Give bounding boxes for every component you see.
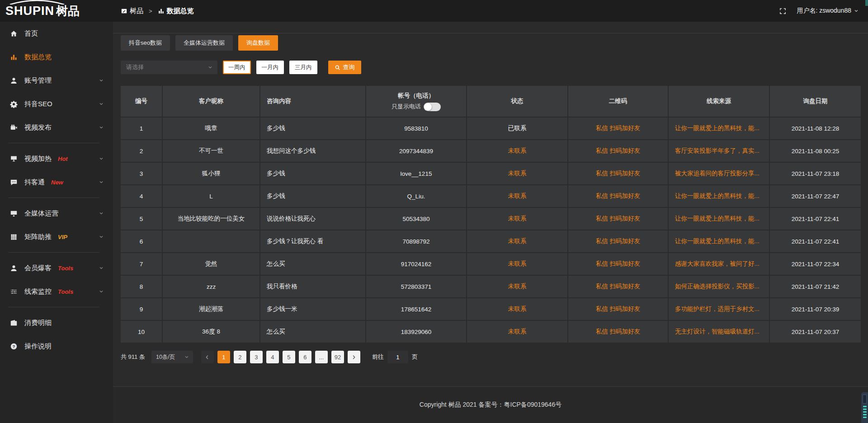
user-menu[interactable]: 用户名: zswodun88: [797, 7, 859, 15]
page-number-button[interactable]: 1: [217, 351, 230, 363]
cell-nickname: 潮起潮落: [163, 298, 259, 320]
cell-content: 我想问这个多少钱: [260, 140, 365, 162]
goto-page-input[interactable]: [387, 351, 408, 363]
cell-source-link[interactable]: 让你一眼就爱上的黑科技，能...: [669, 230, 769, 252]
chevron-down-icon: [99, 78, 104, 83]
page-number-button[interactable]: 3: [250, 351, 263, 363]
sidebar-item-video[interactable]: 视频发布: [0, 116, 113, 139]
header-divider: [113, 33, 868, 33]
cell-account: 50534380: [366, 208, 466, 230]
phone-toggle[interactable]: [424, 103, 441, 111]
scrollbar-thumb[interactable]: [865, 0, 868, 6]
sidebar-divider: [8, 143, 99, 143]
date-range-button[interactable]: 一月内: [256, 61, 284, 74]
logo-latin-text: SHUPIN: [5, 4, 54, 18]
cell-content: 怎么买: [260, 253, 365, 275]
page-number-button[interactable]: 92: [331, 351, 344, 363]
page-number-button[interactable]: 5: [283, 351, 295, 363]
next-page-button[interactable]: [348, 351, 360, 363]
sidebar-item-badge: Hot: [58, 155, 68, 162]
chevron-down-icon: [99, 234, 104, 240]
app-icon: [121, 8, 127, 14]
sidebar-divider: [8, 252, 99, 253]
sidebar-item-label: 账号管理: [24, 76, 52, 85]
sidebar-item-label: 线索监控: [24, 287, 52, 296]
date-range-button[interactable]: 三月内: [289, 61, 317, 74]
video-icon: [10, 124, 18, 132]
cell-source-link[interactable]: 客厅安装投影半年多了，真实...: [669, 140, 769, 162]
page-number-button[interactable]: 2: [234, 351, 246, 363]
cell-qrcode-link[interactable]: 私信 扫码加好友: [568, 276, 668, 297]
cell-qrcode-link[interactable]: 私信 扫码加好友: [568, 298, 668, 320]
cell-qrcode-link[interactable]: 私信 扫码加好友: [568, 321, 668, 343]
cell-qrcode-link[interactable]: 私信 扫码加好友: [568, 163, 668, 184]
cell-no: 10: [121, 321, 162, 343]
cell-date: 2021-11-07 20:39: [770, 298, 861, 320]
sidebar-item-home[interactable]: 首页: [0, 22, 113, 45]
cell-status: 未联系: [467, 185, 567, 207]
sidebar-divider: [8, 307, 99, 307]
sliders-icon: [10, 288, 18, 296]
fullscreen-icon[interactable]: [779, 7, 787, 15]
data-tab[interactable]: 抖音seo数据: [121, 35, 170, 51]
filter-select[interactable]: 请选择: [121, 61, 217, 74]
column-header-nickname: 客户昵称: [163, 86, 259, 117]
page-number-buttons: 123456...92: [217, 351, 344, 363]
cell-source-link[interactable]: 被大家追着问的客厅投影分享...: [669, 163, 769, 184]
copyright-text: Copyright 树品 2021 备案号：粤ICP备09019646号: [420, 401, 561, 409]
query-button-label: 查询: [343, 63, 355, 71]
cell-source-link[interactable]: 让你一眼就爱上的黑科技，能...: [669, 185, 769, 207]
sidebar-item-label: 消费明细: [24, 319, 52, 327]
cell-no: 6: [121, 230, 162, 252]
cell-nickname: 哦章: [163, 118, 259, 139]
inquiry-table: 编号 客户昵称 咨询内容 帐号（电话） 只显示电话 状态 二维码 线索来源 询盘…: [121, 86, 861, 343]
cell-nickname: 觉然: [163, 253, 259, 275]
sidebar-item-grid[interactable]: 矩阵助推 VIP: [0, 225, 113, 249]
wallet-icon: [10, 319, 18, 327]
column-header-status: 状态: [467, 86, 567, 117]
cell-source-link[interactable]: 多功能护栏灯，适用于乡村文...: [669, 298, 769, 320]
sidebar-item-monitor[interactable]: 全媒体运营: [0, 202, 113, 225]
date-range-button[interactable]: 一周内: [223, 61, 251, 74]
sidebar-item-question[interactable]: ?操作说明: [0, 334, 113, 358]
cell-qrcode-link[interactable]: 私信 扫码加好友: [568, 118, 668, 139]
username-label: 用户名: zswodun88: [797, 7, 851, 15]
page-number-button[interactable]: 6: [299, 351, 311, 363]
sidebar-item-chat[interactable]: 抖客通 New: [0, 170, 113, 194]
cell-qrcode-link[interactable]: 私信 扫码加好友: [568, 208, 668, 230]
cell-status: 未联系: [467, 163, 567, 184]
query-button[interactable]: 查询: [328, 61, 361, 74]
floating-widget[interactable]: [861, 392, 868, 423]
cell-source-link[interactable]: 如何正确选择投影仪，买投影...: [669, 276, 769, 297]
cell-qrcode-link[interactable]: 私信 扫码加好友: [568, 185, 668, 207]
cell-source-link[interactable]: 感谢大家喜欢我家，被问了好...: [669, 253, 769, 275]
sidebar-item-gear[interactable]: 抖音SEO: [0, 92, 113, 116]
cell-content: 多少钱: [260, 185, 365, 207]
cell-qrcode-link[interactable]: 私信 扫码加好友: [568, 140, 668, 162]
cell-source-link[interactable]: 无主灯设计，智能磁吸轨道灯...: [669, 321, 769, 343]
sidebar-item-person[interactable]: 会员爆客 Tools: [0, 256, 113, 280]
page-ellipsis-button[interactable]: ...: [315, 351, 328, 363]
breadcrumb-item[interactable]: 树品: [121, 7, 143, 15]
cell-content: 多少钱: [260, 163, 365, 184]
page-number-button[interactable]: 4: [266, 351, 279, 363]
data-tab[interactable]: 全媒体运营数据: [175, 35, 233, 51]
cell-source-link[interactable]: 让你一眼就爱上的黑科技，能...: [669, 208, 769, 230]
cell-date: 2021-11-08 12:28: [770, 118, 861, 139]
page-size-select[interactable]: 10条/页: [151, 351, 193, 363]
sidebar-item-chart[interactable]: 数据总览: [0, 45, 113, 69]
sidebar-item-label: 数据总览: [24, 53, 52, 61]
cell-source-link[interactable]: 让你一眼就爱上的黑科技，能...: [669, 118, 769, 139]
cell-qrcode-link[interactable]: 私信 扫码加好友: [568, 230, 668, 252]
logo[interactable]: SHUPIN 树品: [0, 0, 113, 22]
prev-page-button[interactable]: [201, 351, 214, 363]
data-tab[interactable]: 询盘数据: [238, 35, 278, 51]
sidebar-item-sliders[interactable]: 线索监控 Tools: [0, 280, 113, 303]
sidebar-item-heat[interactable]: 视频加热 Hot: [0, 147, 113, 170]
cell-status: 未联系: [467, 253, 567, 275]
sidebar-item-user[interactable]: 账号管理: [0, 69, 113, 92]
breadcrumb-item[interactable]: 数据总览: [158, 7, 194, 15]
sidebar-item-wallet[interactable]: 消费明细: [0, 311, 113, 334]
cell-qrcode-link[interactable]: 私信 扫码加好友: [568, 253, 668, 275]
cell-status: 已联系: [467, 118, 567, 139]
